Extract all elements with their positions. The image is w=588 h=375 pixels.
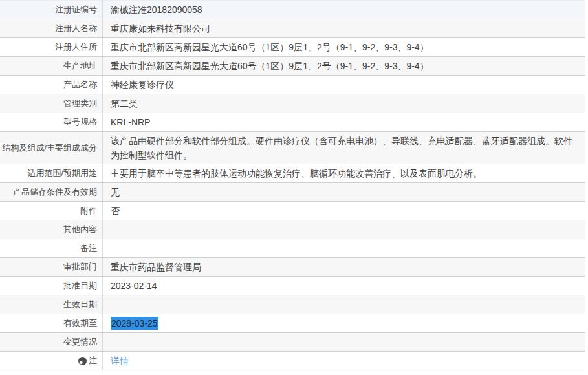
- table-row: 产品名称 神经康复诊疗仪: [0, 76, 585, 94]
- row-value: 2028-03-25: [103, 316, 585, 330]
- row-label-text: 注册人名称: [55, 23, 97, 34]
- row-label: 注册人名称: [0, 19, 103, 38]
- table-row: 其他内容: [0, 220, 585, 239]
- table-row: 注 详情: [0, 352, 585, 370]
- table-row: 注册人名称 重庆康如来科技有限公司: [0, 19, 585, 38]
- row-value: 否: [103, 204, 585, 218]
- registration-table: 注册证编号 渝械注准20182090058 注册人名称 重庆康如来科技有限公司 …: [0, 0, 585, 370]
- row-label: 其他内容: [0, 220, 103, 239]
- table-row: 变更情况: [0, 333, 585, 352]
- row-label: 型号规格: [0, 113, 103, 131]
- row-value: KRL-NRP: [103, 115, 585, 129]
- row-label-text: 其他内容: [63, 224, 97, 235]
- row-label-text: 审批部门: [63, 261, 97, 273]
- row-value: 详情: [103, 354, 585, 368]
- table-row: 附件 否: [0, 202, 585, 220]
- row-label: 管理类别: [0, 94, 103, 112]
- row-label: 注册证编号: [0, 1, 103, 19]
- table-row: 型号规格 KRL-NRP: [0, 113, 585, 132]
- row-label-text: 结构及组成/主要组成成分: [2, 142, 97, 154]
- table-row: 注册人住所 重庆市北部新区高新园星光大道60号（1区）9层1、2号（9-1、9-…: [0, 38, 585, 57]
- table-row: 结构及组成/主要组成成分 该产品由硬件部分和软件部分组成。硬件由诊疗仪（含可充电…: [0, 132, 585, 164]
- table-row: 有效期至 2028-03-25: [0, 314, 585, 333]
- row-label-text: 批准日期: [63, 280, 97, 292]
- details-link[interactable]: 详情: [111, 356, 129, 366]
- row-value: 渝械注准20182090058: [103, 3, 585, 17]
- row-label: 注: [0, 352, 103, 370]
- row-value: 神经康复诊疗仪: [103, 78, 585, 92]
- row-label-text: 备注: [80, 242, 97, 254]
- row-label-text: 生产地址: [63, 60, 97, 72]
- row-label: 生产地址: [0, 57, 103, 75]
- row-label-text: 变更情况: [63, 336, 97, 348]
- row-label: 变更情况: [0, 333, 103, 351]
- row-label-text: 产品储存条件及有效期: [13, 186, 97, 198]
- table-row: 适用范围/预期用途 主要用于脑卒中等患者的肢体运动功能恢复治疗、脑循环功能改善治…: [0, 164, 585, 183]
- row-value: 主要用于脑卒中等患者的肢体运动功能恢复治疗、脑循环功能改善治疗、以及表面肌电分析…: [103, 166, 585, 180]
- row-label-text: 注: [89, 355, 97, 367]
- table-row: 审批部门 重庆市药品监督管理局: [0, 258, 585, 277]
- table-row: 备注: [0, 239, 585, 258]
- row-label-text: 注册证编号: [55, 4, 97, 16]
- row-label: 附件: [0, 202, 103, 220]
- row-value: 重庆康如来科技有限公司: [103, 21, 585, 36]
- row-label: 结构及组成/主要组成成分: [0, 132, 103, 164]
- row-label: 批准日期: [0, 277, 103, 295]
- row-label-text: 型号规格: [63, 116, 97, 128]
- row-label: 有效期至: [0, 314, 103, 332]
- table-row: 注册证编号 渝械注准20182090058: [0, 1, 585, 19]
- row-label: 审批部门: [0, 258, 103, 276]
- table-row: 生效日期: [0, 295, 585, 314]
- row-label-text: 有效期至: [63, 317, 97, 329]
- bulb-icon: [78, 357, 87, 365]
- row-label-text: 产品名称: [63, 79, 97, 91]
- row-label-text: 管理类别: [63, 98, 97, 109]
- row-label-text: 附件: [80, 205, 97, 217]
- table-row: 批准日期 2023-02-14: [0, 277, 585, 295]
- row-value: 该产品由硬件部分和软件部分组成。硬件由诊疗仪（含可充电电池）、导联线、充电适配器…: [103, 134, 585, 162]
- row-value: 2023-02-14: [103, 279, 585, 293]
- row-label: 适用范围/预期用途: [0, 164, 103, 182]
- row-label: 产品名称: [0, 76, 103, 94]
- row-label: 备注: [0, 239, 103, 257]
- table-row: 管理类别 第二类: [0, 94, 585, 113]
- table-row: 生产地址 重庆市北部新区高新园星光大道60号（1区）9层1、2号（9-1、9-2…: [0, 57, 585, 76]
- row-value: 无: [103, 185, 585, 199]
- row-label: 生效日期: [0, 295, 103, 314]
- row-value: 第二类: [103, 96, 585, 111]
- table-row: 产品储存条件及有效期 无: [0, 183, 585, 202]
- row-label-text: 适用范围/预期用途: [27, 167, 97, 179]
- row-label-text: 注册人住所: [55, 41, 97, 53]
- row-value: 重庆市药品监督管理局: [103, 260, 585, 274]
- row-label: 产品储存条件及有效期: [0, 183, 103, 201]
- row-label: 注册人住所: [0, 38, 103, 56]
- row-label-text: 生效日期: [63, 299, 97, 310]
- row-value: 重庆市北部新区高新园星光大道60号（1区）9层1、2号（9-1、9-2、9-3、…: [103, 59, 585, 73]
- row-value: 重庆市北部新区高新园星光大道60号（1区）9层1、2号（9-1、9-2、9-3、…: [103, 40, 585, 54]
- selected-text: 2028-03-25: [111, 317, 158, 330]
